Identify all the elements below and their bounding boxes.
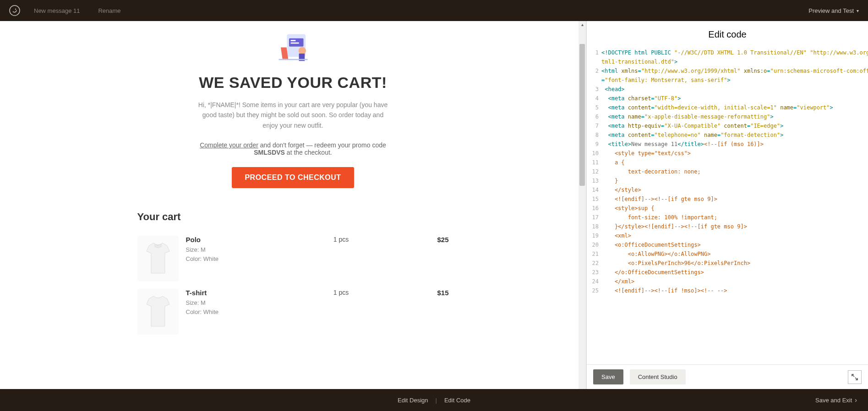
email-promo-line: Complete your order and don't forget — r… (197, 141, 389, 156)
email-heading: WE SAVED YOUR CART! (133, 74, 453, 92)
item-name: T-shirt (186, 289, 270, 297)
item-color: Color: White (186, 308, 270, 317)
item-image (137, 236, 179, 281)
email-intro-text: Hi, *|FNAME|*! Some items in your cart a… (197, 100, 389, 130)
cart-item: PoloSize: MColor: White1 pcs$25 (133, 232, 453, 285)
code-editor-pane: Edit code 123456789101112131415161718192… (586, 21, 868, 389)
top-header: New message 11 Rename Preview and Test ▾ (0, 0, 868, 21)
item-name: Polo (186, 236, 270, 243)
item-color: Color: White (186, 254, 270, 264)
rename-link[interactable]: Rename (98, 7, 120, 14)
save-and-exit-button[interactable]: Save and Exit › (815, 396, 857, 404)
svg-rect-4 (290, 40, 295, 41)
save-button[interactable]: Save (593, 369, 623, 384)
cart-item: T-shirtSize: MColor: White1 pcs$15 (133, 285, 453, 338)
item-image (137, 289, 179, 335)
code-content[interactable]: <!DOCTYPE html PUBLIC "-//W3C//DTD XHTML… (601, 48, 868, 364)
proceed-checkout-button[interactable]: PROCEED TO CHECKOUT (232, 167, 354, 188)
bottom-bar: Edit Design | Edit Code Save and Exit › (0, 389, 868, 411)
preview-test-label: Preview and Test (808, 7, 854, 14)
item-price: $15 (412, 289, 449, 297)
expand-icon (851, 373, 858, 381)
editor-footer: Save Content Studio (587, 364, 868, 389)
item-qty: 1 pcs (270, 236, 412, 243)
edit-code-link[interactable]: Edit Code (437, 397, 478, 404)
preview-test-dropdown[interactable]: Preview and Test ▾ (808, 7, 859, 14)
edit-design-link[interactable]: Edit Design (390, 397, 435, 404)
preview-scrollbar[interactable]: ▴ (579, 21, 586, 389)
email-preview-pane: ▴ WE SAVED YOUR CART! Hi, *|FNAME|*! Som… (0, 21, 586, 389)
cart-illustration-icon (273, 30, 314, 65)
mailchimp-logo-icon (9, 5, 20, 16)
cart-heading: Your cart (133, 211, 453, 223)
expand-editor-button[interactable] (848, 370, 862, 384)
item-qty: 1 pcs (270, 289, 412, 296)
message-name[interactable]: New message 11 (34, 7, 80, 14)
item-size: Size: M (186, 298, 270, 308)
save-exit-label: Save and Exit (815, 397, 852, 404)
chevron-right-icon: › (855, 396, 857, 404)
item-price: $25 (412, 236, 449, 243)
svg-point-1 (15, 9, 16, 10)
scroll-up-arrow-icon[interactable]: ▴ (579, 21, 586, 28)
code-editor[interactable]: 1234567891011121314151617181920212223242… (587, 48, 868, 364)
scrollbar-thumb[interactable] (579, 44, 585, 186)
svg-point-6 (298, 47, 306, 54)
chevron-down-icon: ▾ (857, 8, 859, 13)
svg-rect-5 (290, 43, 299, 44)
editor-title: Edit code (587, 21, 868, 48)
svg-point-0 (10, 5, 20, 16)
shirt-icon (142, 240, 174, 277)
svg-rect-3 (289, 38, 304, 47)
svg-rect-8 (278, 59, 307, 60)
promo-code: SMLSDVS (254, 149, 285, 156)
shirt-icon (142, 293, 174, 330)
line-gutter: 1234567891011121314151617181920212223242… (587, 48, 601, 364)
complete-order-link[interactable]: Complete your order (200, 141, 258, 149)
content-studio-button[interactable]: Content Studio (630, 369, 686, 384)
item-size: Size: M (186, 245, 270, 254)
